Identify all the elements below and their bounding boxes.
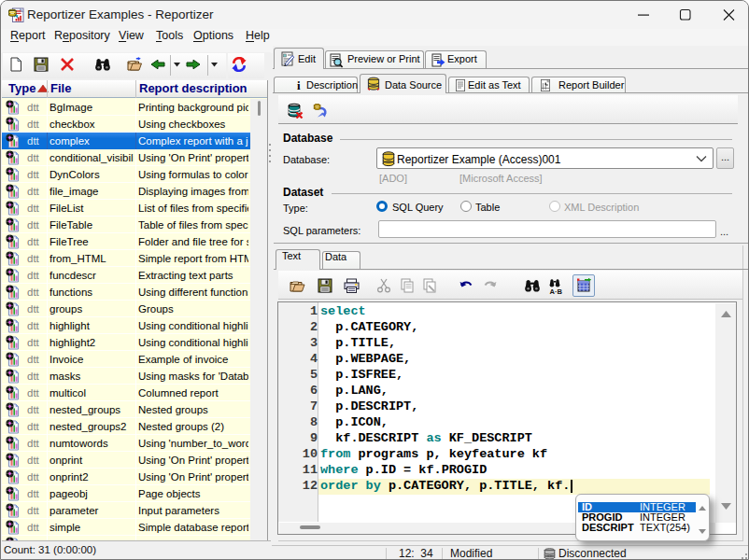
svg-text:A·B: A·B — [550, 287, 563, 295]
